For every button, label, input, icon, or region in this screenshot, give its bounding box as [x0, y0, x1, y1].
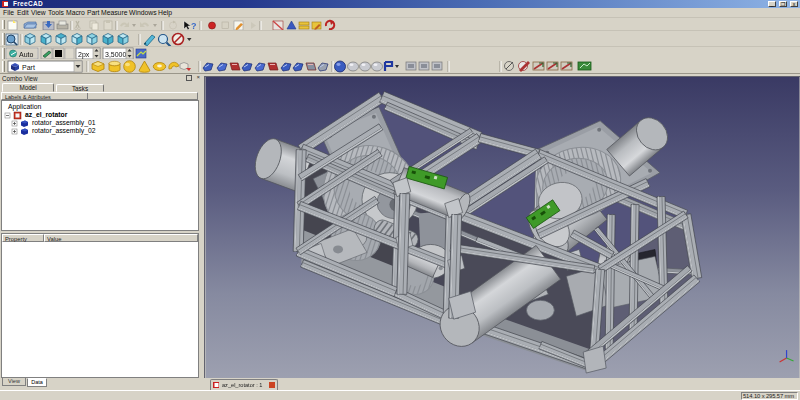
- svg-text:Auto: Auto: [19, 51, 34, 58]
- svg-text:2px: 2px: [78, 51, 90, 59]
- svg-text:Part: Part: [22, 64, 35, 71]
- svg-text:3,5000: 3,5000: [105, 51, 127, 58]
